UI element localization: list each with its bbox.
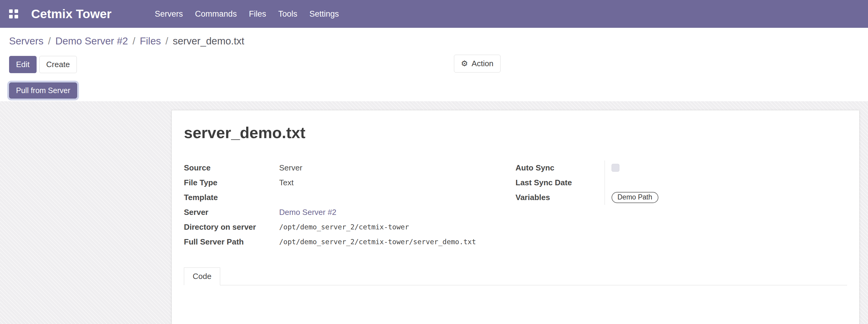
form-view-background: server_demo.txt Source Server File Type …	[0, 101, 868, 324]
toolbar: Edit Create ⚙ Action	[0, 48, 868, 76]
breadcrumb: Servers / Demo Server #2 / Files / serve…	[0, 28, 868, 48]
apps-grid-square	[9, 15, 13, 19]
field-value-file-type: Text	[279, 178, 516, 187]
pull-from-server-button[interactable]: Pull from Server	[9, 83, 77, 99]
field-row-template: Template	[184, 190, 516, 205]
header-button-row: Pull from Server	[0, 76, 868, 101]
field-value-variables: Demo Path	[604, 190, 847, 205]
field-label-last-sync-date: Last Sync Date	[516, 178, 604, 187]
nav-item-tools[interactable]: Tools	[278, 9, 297, 19]
field-row-directory: Directory on server /opt/demo_server_2/c…	[184, 220, 516, 234]
field-row-server: Server Demo Server #2	[184, 205, 516, 220]
apps-grid-square	[9, 9, 13, 13]
breadcrumb-current: server_demo.txt	[173, 35, 244, 47]
gear-icon: ⚙	[461, 60, 468, 67]
breadcrumb-separator: /	[132, 35, 135, 47]
top-navbar: Cetmix Tower Servers Commands Files Tool…	[0, 0, 868, 28]
form-grid: Source Server File Type Text Template Se…	[184, 161, 847, 249]
field-value-full-path: /opt/demo_server_2/cetmix-tower/server_d…	[279, 238, 516, 246]
form-right-column: Auto Sync Last Sync Date Variables Demo …	[516, 161, 847, 249]
nav-item-settings[interactable]: Settings	[309, 9, 339, 19]
apps-grid-square	[14, 15, 18, 19]
apps-grid-square	[14, 9, 18, 13]
breadcrumb-separator: /	[165, 35, 168, 47]
edit-button[interactable]: Edit	[9, 56, 37, 73]
field-value-source: Server	[279, 163, 516, 172]
field-row-full-path: Full Server Path /opt/demo_server_2/cetm…	[184, 234, 516, 249]
breadcrumb-link-servers[interactable]: Servers	[9, 35, 43, 47]
field-label-auto-sync: Auto Sync	[516, 163, 604, 172]
field-row-source: Source Server	[184, 161, 516, 175]
nav-item-servers[interactable]: Servers	[155, 9, 183, 19]
app-brand[interactable]: Cetmix Tower	[31, 7, 112, 21]
nav-item-commands[interactable]: Commands	[195, 9, 237, 19]
field-row-variables: Variables Demo Path	[516, 190, 847, 205]
field-value-server-link[interactable]: Demo Server #2	[279, 208, 516, 217]
code-tab-content	[184, 285, 847, 324]
field-label-file-type: File Type	[184, 178, 279, 187]
nav-menu: Servers Commands Files Tools Settings	[155, 9, 339, 19]
tab-code[interactable]: Code	[184, 267, 220, 285]
variable-tag-demo-path[interactable]: Demo Path	[612, 192, 658, 203]
field-label-full-path: Full Server Path	[184, 237, 279, 247]
field-label-variables: Variables	[516, 193, 604, 202]
breadcrumb-link-demo-server-2[interactable]: Demo Server #2	[55, 35, 128, 47]
nav-item-files[interactable]: Files	[249, 9, 266, 19]
notebook-tabs: Code	[184, 267, 847, 285]
field-label-directory: Directory on server	[184, 222, 279, 232]
field-row-file-type: File Type Text	[184, 175, 516, 190]
auto-sync-checkbox[interactable]	[612, 164, 619, 172]
form-sheet: server_demo.txt Source Server File Type …	[172, 110, 860, 324]
apps-grid-icon[interactable]	[9, 9, 19, 19]
breadcrumb-link-files[interactable]: Files	[140, 35, 161, 47]
field-label-server: Server	[184, 208, 279, 217]
field-value-auto-sync	[604, 161, 847, 175]
create-button[interactable]: Create	[39, 56, 77, 73]
field-value-directory: /opt/demo_server_2/cetmix-tower	[279, 223, 516, 231]
field-value-last-sync-date	[604, 175, 847, 190]
form-left-column: Source Server File Type Text Template Se…	[184, 161, 516, 249]
action-button[interactable]: ⚙ Action	[454, 55, 500, 72]
breadcrumb-separator: /	[48, 35, 51, 47]
field-label-source: Source	[184, 163, 279, 172]
action-button-label: Action	[471, 59, 493, 69]
field-row-last-sync-date: Last Sync Date	[516, 175, 847, 190]
field-label-template: Template	[184, 193, 279, 202]
record-title: server_demo.txt	[184, 124, 847, 142]
field-row-auto-sync: Auto Sync	[516, 161, 847, 175]
